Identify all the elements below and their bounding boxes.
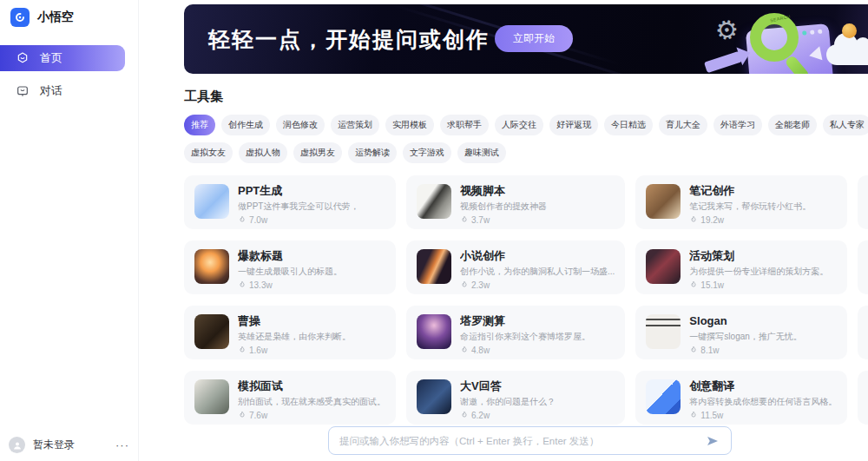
- tag-pill[interactable]: 文字游戏: [403, 142, 451, 163]
- flame-icon: [238, 280, 247, 289]
- tool-thumbnail: [646, 314, 681, 349]
- window-dots: [802, 30, 822, 36]
- tool-thumbnail: [417, 379, 451, 414]
- tag-pill[interactable]: 全能老师: [768, 115, 817, 135]
- tag-pill[interactable]: 私人专家: [823, 115, 868, 135]
- tool-desc: 将内容转换成你想要的任何语言风格。: [689, 396, 837, 408]
- tool-thumbnail: [417, 184, 451, 219]
- promo-banner: 轻轻一点，开始提问或创作 立即开始 ⚙ SEARCH: [184, 4, 868, 74]
- flame-icon: [460, 346, 469, 354]
- tag-pill-active[interactable]: 推荐: [184, 115, 215, 135]
- tool-card-write-poem[interactable]: 为你写诗 情之所至，词之所识。 13.8w: [858, 306, 868, 359]
- tool-card-caocao[interactable]: 曹操 英雄还是枭雄，由你来判断。 1.6w: [184, 306, 396, 359]
- tool-title: 大V回答: [460, 379, 615, 393]
- usage-count: 3.7w: [471, 215, 490, 225]
- tool-thumbnail: [417, 249, 451, 284]
- orange-ball-art: [842, 23, 857, 38]
- tag-pill[interactable]: 实用模板: [385, 115, 434, 135]
- tool-thumbnail: [417, 314, 451, 349]
- tag-pill[interactable]: 外语学习: [713, 115, 762, 135]
- tool-card-hot-title[interactable]: 爆款标题 一键生成最吸引人的标题。 13.3w: [184, 240, 396, 294]
- home-hexagon-icon: [16, 51, 30, 65]
- sidebar-item-chat[interactable]: 对话: [0, 78, 125, 104]
- tag-row-2: 虚拟女友 虚拟人物 虚拟男友 运势解读 文字游戏 趣味测试: [184, 142, 868, 163]
- tool-card-mind-tree-hole[interactable]: 心理树洞 私人心理医生听你倾诉烦恼，回答心理... 4.9w: [858, 240, 868, 294]
- tool-desc: 为你提供一份专业详细的策划方案。: [689, 266, 837, 278]
- tag-pill[interactable]: 运营策划: [331, 115, 379, 135]
- usage-count: 11.5w: [700, 411, 723, 420]
- flame-icon: [689, 411, 698, 419]
- user-avatar-icon[interactable]: [9, 437, 25, 453]
- send-icon[interactable]: [705, 433, 720, 449]
- flame-icon: [689, 280, 698, 289]
- usage-count: 7.6w: [249, 411, 267, 420]
- tool-title: 视频脚本: [460, 184, 615, 198]
- cloud-art: [826, 44, 868, 65]
- prompt-input[interactable]: [339, 436, 698, 446]
- magnifier-label: SEARCH: [770, 14, 792, 23]
- usage-count: 6.2w: [471, 411, 490, 420]
- sidebar-footer: 暂未登录 ···: [9, 437, 129, 453]
- sidebar-item-home[interactable]: 首页: [0, 45, 125, 71]
- sidebar-item-label: 首页: [40, 50, 62, 66]
- sidebar: 小悟空 首页 对话 暂未登录 ···: [0, 0, 139, 461]
- tool-desc: 命运指引你来到这个赛博塔罗屋。: [460, 331, 615, 343]
- purple-arrow-art: [704, 51, 742, 73]
- section-title: 工具集: [184, 89, 223, 105]
- prompt-composer[interactable]: [328, 426, 732, 455]
- tool-title: 创意翻译: [689, 379, 837, 393]
- tool-card-girl-next-door[interactable]: 邻家妹妹 有这样的女朋友真是有福气呀~ 4.5w: [858, 175, 868, 229]
- flame-icon: [238, 411, 247, 419]
- tag-pill[interactable]: 润色修改: [276, 115, 325, 135]
- tool-card-big-v-answer[interactable]: 大V回答 谢邀，你的问题是什么？ 6.2w: [406, 371, 625, 425]
- tag-pill[interactable]: 今日精选: [604, 115, 653, 135]
- tool-title: 笔记创作: [689, 184, 837, 198]
- tool-card-slogan[interactable]: Slogan 一键撰写slogan，推广无忧。 8.1w: [635, 306, 847, 359]
- tool-card-article-generation[interactable]: 文章生成 根据特定主题生成文章，还可以提更多... 18.2w: [858, 371, 868, 425]
- tool-desc: 视频创作者的提效神器: [460, 201, 615, 213]
- tag-pill[interactable]: 虚拟男友: [293, 142, 342, 163]
- tool-desc: 笔记我来写，帮你玩转小红书。: [689, 201, 837, 213]
- tag-pill[interactable]: 趣味测试: [457, 142, 506, 163]
- usage-count: 8.1w: [700, 346, 719, 355]
- tag-pill[interactable]: 好评返现: [549, 115, 598, 135]
- start-now-button[interactable]: 立即开始: [495, 25, 573, 52]
- tag-pill[interactable]: 人际交往: [495, 115, 543, 135]
- usage-count: 7.0w: [249, 215, 267, 225]
- tool-desc: 英雄还是枭雄，由你来判断。: [238, 331, 385, 343]
- tools-header: 工具集: [184, 88, 868, 106]
- tool-title: 活动策划: [689, 249, 837, 263]
- tool-thumbnail: [194, 314, 229, 349]
- tool-card-novel-writing[interactable]: 小说创作 创作小说，为你的脑洞私人订制一场盛... 2.3w: [406, 240, 625, 294]
- tag-pill[interactable]: 育儿大全: [659, 115, 707, 135]
- tool-card-tarot[interactable]: 塔罗测算 命运指引你来到这个赛博塔罗屋。 4.8w: [406, 306, 625, 359]
- tools-grid: PPT生成 做PPT这件事我完全可以代劳， 7.0w 视频脚本 视频创作者的提效…: [184, 175, 868, 425]
- tag-pill[interactable]: 运势解读: [348, 142, 397, 163]
- tool-title: 小说创作: [460, 249, 615, 263]
- tag-pill[interactable]: 创作生成: [221, 115, 270, 135]
- tool-desc: 别怕面试，现在就来感受真实的面试。: [238, 396, 385, 408]
- flame-icon: [460, 411, 469, 419]
- more-options-button[interactable]: ···: [115, 438, 129, 451]
- chat-icon: [16, 84, 30, 98]
- sidebar-nav: 首页 对话: [0, 45, 138, 104]
- tool-card-mock-interview[interactable]: 模拟面试 别怕面试，现在就来感受真实的面试。 7.6w: [184, 371, 396, 425]
- tool-card-video-script[interactable]: 视频脚本 视频创作者的提效神器 3.7w: [406, 175, 625, 229]
- tool-title: 模拟面试: [238, 379, 385, 393]
- usage-count: 15.1w: [700, 280, 724, 290]
- tool-card-creative-translation[interactable]: 创意翻译 将内容转换成你想要的任何语言风格。 11.5w: [635, 371, 847, 425]
- app-logo[interactable]: 小悟空: [0, 0, 138, 35]
- tool-card-event-planning[interactable]: 活动策划 为你提供一份专业详细的策划方案。 15.1w: [635, 240, 847, 294]
- tag-pill[interactable]: 虚拟人物: [239, 142, 287, 163]
- tool-card-note-writing[interactable]: 笔记创作 笔记我来写，帮你玩转小红书。 19.2w: [635, 175, 847, 229]
- usage-count: 2.3w: [471, 280, 490, 290]
- tag-row-1: 推荐 创作生成 润色修改 运营策划 实用模板 求职帮手 人际交往 好评返现 今日…: [184, 115, 868, 135]
- tag-pill[interactable]: 虚拟女友: [184, 142, 233, 163]
- usage-count: 13.3w: [249, 280, 273, 290]
- usage-count: 19.2w: [700, 215, 724, 225]
- tool-thumbnail: [646, 249, 681, 284]
- tag-pill[interactable]: 求职帮手: [440, 115, 489, 135]
- tool-title: 塔罗测算: [460, 314, 615, 328]
- flame-icon: [238, 346, 247, 354]
- tool-card-ppt[interactable]: PPT生成 做PPT这件事我完全可以代劳， 7.0w: [184, 175, 396, 229]
